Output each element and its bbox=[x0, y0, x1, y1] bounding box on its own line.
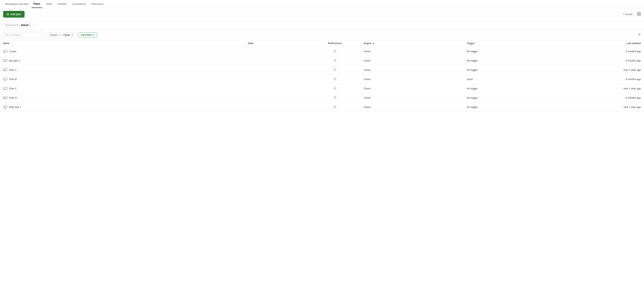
svg-rect-2 bbox=[638, 14, 638, 16]
plan-name[interactable]: Plan 2 bbox=[9, 68, 16, 71]
active-filter-chip: Engine In Cloud ✕ bbox=[48, 32, 76, 38]
plan-state-cell bbox=[245, 75, 309, 84]
plan-name[interactable]: Plan B bbox=[9, 78, 17, 81]
plan-state-cell bbox=[245, 65, 309, 75]
plan-trigger-cell: No trigger bbox=[464, 102, 567, 112]
search-icon bbox=[5, 33, 8, 36]
plan-last-updated-cell: 6 months ago bbox=[567, 56, 644, 65]
env-value: default bbox=[21, 24, 28, 26]
plan-name-cell: Plan C bbox=[0, 84, 245, 93]
plan-trigger-cell: No trigger bbox=[464, 65, 567, 75]
plan-name-cell: Plan 2 bbox=[0, 65, 245, 75]
plan-name[interactable]: Plan D bbox=[9, 96, 17, 99]
table-row[interactable]: Plan D CloudNo trigger6 months ago bbox=[0, 93, 644, 102]
plan-notifications-cell bbox=[309, 93, 360, 102]
plan-name[interactable]: Plan C bbox=[9, 87, 17, 90]
col-header-engine[interactable]: Engine ▲ bbox=[361, 40, 464, 47]
bell-icon bbox=[334, 96, 336, 100]
results-count: 7 results bbox=[623, 13, 632, 16]
divider: | bbox=[634, 13, 635, 16]
plan-name-cell: Plan test 1 bbox=[0, 102, 245, 112]
top-nav: Workspace overviewPlansTasksArtifactsCon… bbox=[0, 0, 644, 8]
results-info: 7 results | bbox=[623, 12, 641, 16]
plan-last-updated-cell: over 1 year ago bbox=[567, 102, 644, 112]
plan-name[interactable]: A plan bbox=[9, 50, 16, 53]
plan-name-cell: My plan 1 bbox=[0, 56, 245, 65]
bell-icon bbox=[334, 78, 336, 81]
plan-name-cell: Plan D bbox=[0, 93, 245, 102]
toolbar: ⊕ Add plan 7 results | bbox=[0, 8, 644, 20]
svg-rect-9 bbox=[4, 59, 7, 61]
table-row[interactable]: My plan 1 CloudNo trigger6 months ago bbox=[0, 56, 644, 65]
plan-notifications-cell bbox=[309, 56, 360, 65]
plan-trigger-cell: No trigger bbox=[464, 84, 567, 93]
search-input[interactable] bbox=[9, 34, 38, 36]
plan-last-updated-cell: 6 months ago bbox=[567, 93, 644, 102]
svg-rect-11 bbox=[4, 69, 7, 70]
env-label: Environment bbox=[6, 24, 18, 26]
plan-icon bbox=[3, 50, 7, 53]
svg-rect-7 bbox=[4, 50, 7, 52]
svg-rect-13 bbox=[4, 78, 7, 80]
grid-view-icon[interactable] bbox=[637, 12, 641, 16]
plan-notifications-cell bbox=[309, 102, 360, 112]
table-header: Name State Notifications Engine ▲ Trigge… bbox=[0, 40, 644, 47]
plan-icon bbox=[3, 59, 7, 62]
col-header-last-updated: Last updated bbox=[567, 40, 644, 47]
filter-key: Engine bbox=[50, 34, 58, 36]
plan-name-cell: A plan bbox=[0, 47, 245, 56]
plan-state-cell bbox=[245, 47, 309, 56]
bell-icon bbox=[334, 59, 336, 62]
plan-icon bbox=[3, 68, 7, 72]
table-row[interactable]: Plan test 1 CloudNo triggerover 1 year a… bbox=[0, 102, 644, 112]
svg-rect-19 bbox=[4, 106, 7, 108]
plan-engine-cell: Cloud bbox=[361, 75, 464, 84]
plan-notifications-cell bbox=[309, 65, 360, 75]
plan-engine-cell: Cloud bbox=[361, 93, 464, 102]
bell-icon bbox=[334, 106, 336, 109]
plan-icon bbox=[3, 87, 7, 90]
environment-selector[interactable]: Environment | default ▾ bbox=[3, 23, 33, 28]
table-row[interactable]: Plan B CloudOnce6 months ago bbox=[0, 75, 644, 84]
nav-item-plans[interactable]: Plans bbox=[32, 0, 42, 8]
plan-name-cell: Plan B bbox=[0, 75, 245, 84]
plan-engine-cell: Cloud bbox=[361, 56, 464, 65]
bell-icon bbox=[334, 68, 336, 72]
bell-icon bbox=[334, 87, 336, 90]
filter-op: In bbox=[59, 34, 62, 36]
plan-state-cell bbox=[245, 56, 309, 65]
plan-name[interactable]: My plan 1 bbox=[9, 59, 20, 62]
clear-filters-button[interactable] bbox=[638, 33, 641, 37]
nav-item-artifacts[interactable]: Artifacts bbox=[56, 0, 69, 8]
table-row[interactable]: Plan C CloudNo triggerover 1 year ago bbox=[0, 84, 644, 93]
plan-trigger-cell: No trigger bbox=[464, 93, 567, 102]
nav-item-connections[interactable]: Connections bbox=[70, 0, 88, 8]
filter-bar: Engine In Cloud ✕ Add filter ▾ bbox=[0, 30, 644, 40]
filter-close-icon[interactable]: ✕ bbox=[71, 34, 74, 36]
col-header-name: Name bbox=[0, 40, 245, 47]
plan-last-updated-cell: over 1 year ago bbox=[567, 84, 644, 93]
nav-item-workspace-overview[interactable]: Workspace overview bbox=[3, 0, 30, 8]
plan-state-cell bbox=[245, 102, 309, 112]
plan-engine-cell: Cloud bbox=[361, 84, 464, 93]
plan-notifications-cell bbox=[309, 75, 360, 84]
add-filter-button[interactable]: Add filter ▾ bbox=[78, 32, 97, 38]
svg-rect-17 bbox=[4, 96, 7, 98]
add-plan-button[interactable]: ⊕ Add plan bbox=[3, 11, 24, 18]
table-row[interactable]: Plan 2 CloudNo triggerover 1 year ago bbox=[0, 65, 644, 75]
col-header-state: State bbox=[245, 40, 309, 47]
plan-trigger-cell: No trigger bbox=[464, 47, 567, 56]
plan-icon bbox=[3, 96, 7, 100]
table-body: A plan CloudNo trigger5 months ago My pl… bbox=[0, 47, 644, 112]
plan-last-updated-cell: 5 months ago bbox=[567, 47, 644, 56]
env-bar: Environment | default ▾ bbox=[0, 20, 644, 30]
nav-item-tasks[interactable]: Tasks bbox=[44, 0, 54, 8]
search-box bbox=[3, 32, 46, 38]
plan-trigger-cell: Once bbox=[464, 75, 567, 84]
bell-icon bbox=[334, 50, 336, 53]
plan-name[interactable]: Plan test 1 bbox=[9, 106, 21, 108]
table-row[interactable]: A plan CloudNo trigger5 months ago bbox=[0, 47, 644, 56]
nav-item-resources[interactable]: Resources bbox=[90, 0, 106, 8]
col-header-notifications: Notifications bbox=[309, 40, 360, 47]
svg-rect-1 bbox=[639, 12, 640, 14]
